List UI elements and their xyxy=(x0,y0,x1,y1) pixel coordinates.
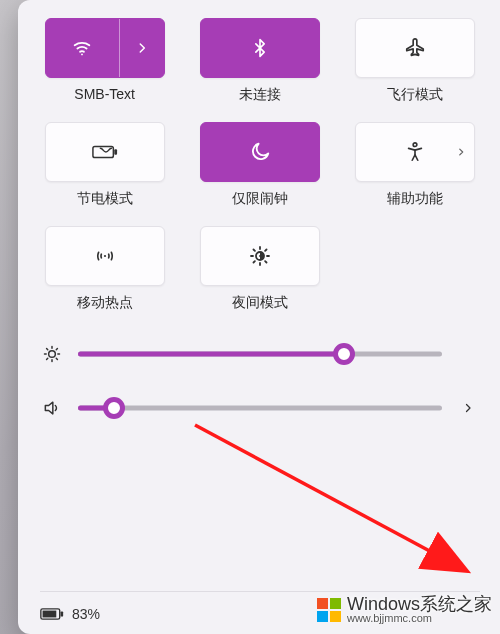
battery-icon[interactable] xyxy=(40,607,64,621)
tile-wifi-main[interactable] xyxy=(46,19,120,77)
svg-rect-2 xyxy=(114,149,117,155)
hotspot-icon xyxy=(93,245,117,267)
svg-rect-9 xyxy=(61,611,64,616)
volume-row xyxy=(40,398,480,418)
brightness-row xyxy=(40,344,480,364)
sliders-section xyxy=(40,344,480,418)
tile-battery-saver[interactable] xyxy=(45,122,165,182)
svg-point-4 xyxy=(104,255,106,257)
volume-expand[interactable] xyxy=(456,402,480,414)
tile-airplane-label: 飞行模式 xyxy=(387,86,443,104)
tile-battery-saver-label: 节电模式 xyxy=(77,190,133,208)
tile-hotspot[interactable] xyxy=(45,226,165,286)
tiles-grid: SMB-Text 未连接 xyxy=(40,18,480,312)
tile-accessibility[interactable] xyxy=(355,122,475,182)
bluetooth-icon xyxy=(250,36,270,60)
tile-night-light[interactable] xyxy=(200,226,320,286)
volume-thumb[interactable] xyxy=(103,397,125,419)
tile-wrap-night-light: 夜间模式 xyxy=(195,226,324,312)
tile-hotspot-label: 移动热点 xyxy=(77,294,133,312)
battery-saver-icon xyxy=(92,142,118,162)
slider-fill xyxy=(78,352,344,357)
svg-rect-8 xyxy=(43,611,57,618)
tile-wrap-wifi: SMB-Text xyxy=(40,18,169,104)
windows-logo-icon xyxy=(317,598,341,622)
brightness-icon xyxy=(40,344,64,364)
brightness-thumb[interactable] xyxy=(333,343,355,365)
watermark-url: www.bjjmmc.com xyxy=(347,613,492,624)
tile-wrap-airplane: 飞行模式 xyxy=(351,18,480,104)
tile-wrap-accessibility: 辅助功能 xyxy=(351,122,480,208)
night-light-icon xyxy=(248,244,272,268)
quick-settings-panel: SMB-Text 未连接 xyxy=(18,0,500,634)
wifi-icon xyxy=(71,37,93,59)
tile-wrap-battery-saver: 节电模式 xyxy=(40,122,169,208)
tile-accessibility-label: 辅助功能 xyxy=(387,190,443,208)
watermark-site: Windows系统之家 xyxy=(347,595,492,613)
svg-point-0 xyxy=(81,54,83,56)
tile-wifi[interactable] xyxy=(45,18,165,78)
tile-focus-label: 仅限闹钟 xyxy=(232,190,288,208)
speaker-icon xyxy=(40,398,64,418)
battery-percent: 83% xyxy=(72,606,100,622)
svg-point-6 xyxy=(49,351,56,358)
tile-bluetooth[interactable] xyxy=(200,18,320,78)
watermark: Windows系统之家 www.bjjmmc.com xyxy=(317,595,492,624)
airplane-icon xyxy=(404,37,426,59)
tile-wrap-bluetooth: 未连接 xyxy=(195,18,324,104)
svg-point-3 xyxy=(413,143,417,147)
tile-wifi-label: SMB-Text xyxy=(74,86,135,102)
moon-icon xyxy=(249,141,271,163)
chevron-right-icon xyxy=(462,402,474,414)
accessibility-icon xyxy=(404,141,426,163)
chevron-right-icon xyxy=(456,147,466,157)
tile-wifi-expand[interactable] xyxy=(120,19,164,77)
tile-bluetooth-label: 未连接 xyxy=(239,86,281,104)
tile-night-light-label: 夜间模式 xyxy=(232,294,288,312)
volume-slider[interactable] xyxy=(78,398,442,418)
brightness-slider[interactable] xyxy=(78,344,442,364)
chevron-right-icon xyxy=(135,41,149,55)
tile-wrap-focus: 仅限闹钟 xyxy=(195,122,324,208)
slider-track xyxy=(78,406,442,411)
tile-airplane[interactable] xyxy=(355,18,475,78)
tile-wrap-hotspot: 移动热点 xyxy=(40,226,169,312)
tile-focus[interactable] xyxy=(200,122,320,182)
